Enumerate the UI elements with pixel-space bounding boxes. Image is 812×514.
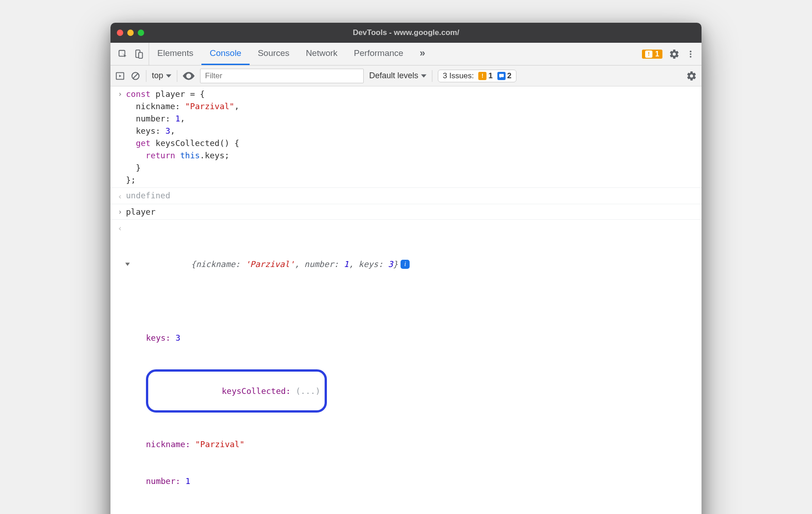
prop-nickname[interactable]: nickname: "Parzival" [146, 438, 697, 450]
tabs-row: Elements Console Sources Network Perform… [110, 43, 702, 66]
disclosure-triangle-icon[interactable] [125, 262, 130, 266]
issues-label: 3 Issues: [443, 71, 474, 81]
minimize-window-button[interactable] [127, 30, 134, 36]
log-levels-selector[interactable]: Default levels [369, 71, 426, 81]
issues-warn-badge: !1 [478, 71, 492, 81]
console-settings-icon[interactable] [686, 71, 697, 81]
close-window-button[interactable] [117, 30, 123, 36]
window-controls [117, 30, 144, 36]
input-chevron-icon: › [114, 206, 126, 217]
svg-rect-2 [139, 52, 142, 58]
maximize-window-button[interactable] [138, 30, 144, 36]
console-body: › const player = { nickname: "Parzival",… [110, 86, 702, 514]
toggle-sidebar-icon[interactable] [115, 71, 125, 81]
tabs-overflow[interactable]: » [411, 43, 431, 65]
window-titlebar: DevTools - www.google.com/ [110, 23, 702, 43]
prop-getter[interactable]: get keysCollected: ƒ keysCollected() [138, 512, 697, 514]
context-selector[interactable]: top [152, 71, 171, 81]
tab-console[interactable]: Console [201, 43, 250, 65]
more-menu-icon[interactable] [686, 49, 695, 60]
svg-point-3 [690, 50, 692, 52]
output-chevron-icon [114, 189, 126, 202]
filter-input[interactable] [200, 69, 364, 83]
warnings-badge[interactable]: 1 [642, 50, 662, 59]
inspect-element-icon[interactable] [118, 49, 128, 59]
console-toolbar: top Default levels 3 Issues: !1 2 [110, 66, 702, 86]
svg-line-8 [133, 73, 138, 78]
object-summary-line[interactable]: {nickname: 'Parzival', number: 1, keys: … [126, 246, 697, 282]
prop-number[interactable]: number: 1 [146, 475, 697, 487]
undefined-text: undefined [126, 189, 697, 202]
tab-performance[interactable]: Performance [346, 43, 411, 65]
settings-icon[interactable] [669, 49, 680, 60]
svg-point-4 [690, 53, 692, 55]
svg-point-5 [690, 56, 692, 58]
console-output-undefined: undefined [110, 188, 702, 204]
live-expression-icon[interactable] [183, 71, 195, 81]
info-badge-icon[interactable]: i [401, 260, 410, 269]
prop-keysCollected[interactable]: keysCollected: (...) [146, 369, 697, 413]
svg-point-9 [187, 75, 190, 77]
tab-network[interactable]: Network [298, 43, 346, 65]
device-toolbar-icon[interactable] [134, 49, 144, 59]
console-output-object: {nickname: 'Parzival', number: 1, keys: … [110, 220, 702, 514]
window-title: DevTools - www.google.com/ [110, 28, 702, 37]
panel-tabs: Elements Console Sources Network Perform… [149, 43, 431, 65]
tab-sources[interactable]: Sources [250, 43, 298, 65]
input-code: const player = { nickname: "Parzival", n… [126, 88, 697, 186]
clear-console-icon[interactable] [130, 71, 140, 81]
devtools-window: DevTools - www.google.com/ Elements Cons… [110, 23, 702, 514]
prop-keys[interactable]: keys: 3 [146, 332, 697, 344]
player-input-text: player [126, 206, 697, 218]
input-chevron-icon: › [114, 88, 126, 100]
issues-chip[interactable]: 3 Issues: !1 2 [438, 70, 516, 82]
output-chevron-icon [114, 221, 126, 234]
console-input-block[interactable]: › const player = { nickname: "Parzival",… [110, 86, 702, 188]
highlight-annotation: keysCollected: (...) [146, 369, 327, 413]
object-output[interactable]: {nickname: 'Parzival', number: 1, keys: … [126, 221, 697, 514]
console-input-player[interactable]: › player [110, 204, 702, 220]
tab-elements[interactable]: Elements [149, 43, 201, 65]
issues-info-badge: 2 [497, 71, 511, 81]
